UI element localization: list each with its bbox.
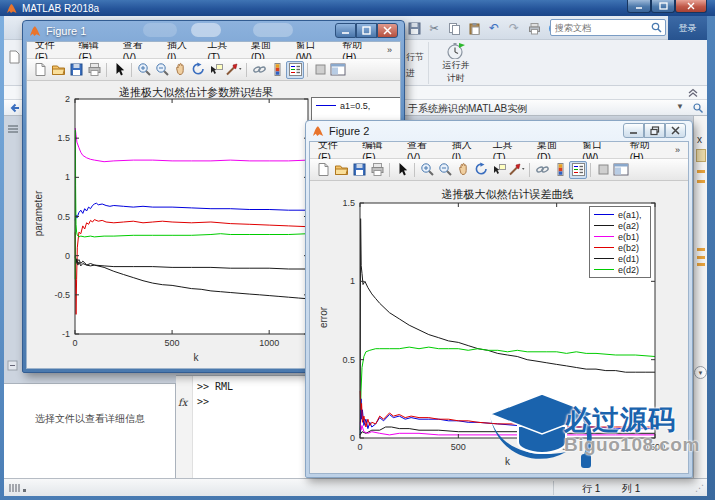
current-folder-path: 于系统辨识的MATLAB实例 [408,102,527,116]
save-figure-icon[interactable] [350,161,368,179]
insert-colorbar-icon[interactable] [551,161,569,179]
save-figure-icon[interactable] [67,61,85,79]
chart2-legend[interactable]: e(a1),e(a2)e(b1)e(b2)e(d1)e(d2) [589,206,651,278]
dock-small-icon[interactable] [311,61,329,79]
zoom-in-icon[interactable] [418,161,436,179]
paste-icon[interactable] [466,20,482,36]
lint-marker[interactable] [697,180,705,183]
status-grip-icon[interactable] [9,483,31,493]
chart2-ylabel: error [318,278,329,358]
open-file-icon[interactable] [49,61,67,79]
watermark: 必过源码 Biguo108.com [486,390,715,476]
legend-line-sample [316,105,336,106]
new-figure-icon[interactable] [314,161,332,179]
y-tick-label: 0.5 [342,355,355,365]
panel-menu-icon[interactable] [7,124,19,134]
watermark-cn-text: 必过源码 [564,402,676,438]
rotate-3d-icon[interactable] [472,161,490,179]
maximize-button[interactable] [651,0,675,13]
cut-icon[interactable]: ✂ [426,20,442,36]
brush-icon[interactable] [225,61,243,79]
y-tick-label: 0 [350,433,355,443]
print-figure-icon[interactable] [85,61,103,79]
pan-hand-icon[interactable] [454,161,472,179]
link-plot-icon[interactable] [533,161,551,179]
doc-search-box[interactable] [550,19,666,36]
search-input[interactable] [551,23,650,33]
open-file-icon[interactable] [332,161,350,179]
zoom-out-icon[interactable] [153,61,171,79]
lint-marker[interactable] [697,248,705,251]
run-and-time-button[interactable]: 运行并 计时 [434,41,478,85]
dock-figure-icon[interactable] [612,161,630,179]
copy-icon[interactable] [446,20,462,36]
panel-action-icon[interactable] [7,360,18,371]
status-line-number: 行 1 [582,482,600,496]
new-figure-icon[interactable] [31,61,49,79]
insert-legend-icon[interactable] [286,61,304,79]
rotate-3d-icon[interactable] [189,61,207,79]
matlab-titlebar[interactable]: MATLAB R2018a [0,0,715,16]
figure1-titlebar[interactable]: Figure 1 [23,21,404,41]
resize-grip-icon[interactable]: ⋰ [695,483,705,493]
lint-marker[interactable] [697,170,705,173]
scroll-down-button[interactable]: ▼ [694,366,707,379]
x-tick-label: 500 [165,338,180,348]
legend-line-sample [594,214,614,215]
watermark-en-text: Biguo108.com [564,434,700,456]
address-dropdown-icon[interactable]: ▼ [676,102,684,111]
maximize-button[interactable] [356,23,377,38]
lint-marker[interactable] [697,263,705,266]
brush-icon[interactable] [508,161,526,179]
menu-overflow-icon[interactable]: » [675,145,680,155]
minimize-button[interactable] [627,0,651,13]
print-figure-icon[interactable] [368,161,386,179]
close-button[interactable] [377,23,398,38]
insert-legend-icon[interactable] [569,161,587,179]
undo-icon[interactable]: ↶ [486,20,502,36]
new-script-icon[interactable] [8,50,20,64]
link-plot-icon[interactable] [250,61,268,79]
toolbar-separator [414,163,415,177]
data-cursor-icon[interactable] [490,161,508,179]
maximize-button[interactable] [644,123,665,138]
y-tick-label: 0 [65,251,70,261]
command-prompt[interactable]: >> [197,396,209,407]
lint-marker[interactable] [697,256,705,259]
status-bar: 行 1 列 1 ⋰ [4,478,707,496]
collapse-ribbon-icon[interactable] [687,88,699,98]
close-button[interactable] [665,123,686,138]
details-panel: 选择文件以查看详细信息 [4,383,176,478]
legend-label: e(a1), [618,210,642,220]
folder-search-icon[interactable] [692,102,704,114]
matlab-logo-icon [6,3,17,14]
zoom-out-icon[interactable] [436,161,454,179]
edit-cursor-icon[interactable] [110,61,128,79]
y-tick-label: 0.5 [57,212,70,222]
insert-colorbar-icon[interactable] [268,61,286,79]
dock-small-icon[interactable] [594,161,612,179]
search-icon[interactable] [650,21,663,34]
code-analyzer-indicator[interactable] [696,149,706,162]
minimize-button[interactable] [623,123,644,138]
redo-icon[interactable]: ↷ [506,20,522,36]
menu-overflow-icon[interactable]: » [387,45,392,55]
legend-line-sample [594,269,614,270]
document-close-icon[interactable]: x [697,134,702,145]
close-button[interactable] [675,0,707,13]
zoom-in-icon[interactable] [135,61,153,79]
back-arrow-icon[interactable] [8,102,21,114]
print-icon[interactable] [526,20,542,36]
toolbar-separator [389,163,390,177]
legend-entry: e(d1) [594,253,646,264]
x-tick-label: 0 [72,338,77,348]
pan-hand-icon[interactable] [171,61,189,79]
dock-figure-icon[interactable] [329,61,347,79]
data-cursor-icon[interactable] [207,61,225,79]
figure2-titlebar[interactable]: Figure 2 [306,121,692,141]
figure2-title: Figure 2 [329,125,369,137]
edit-cursor-icon[interactable] [393,161,411,179]
save-icon[interactable] [406,20,422,36]
signin-button[interactable]: 登录 [668,16,707,40]
minimize-button[interactable] [335,23,356,38]
